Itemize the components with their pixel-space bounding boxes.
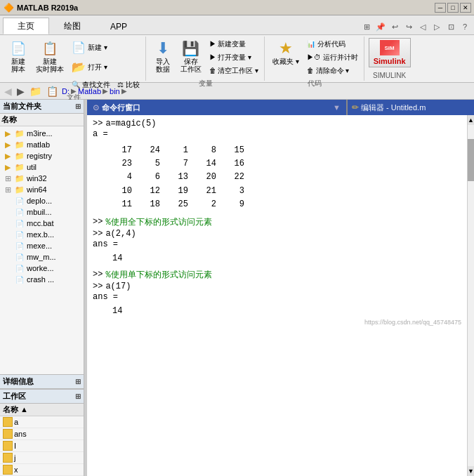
favorites-icon: ★ [277, 40, 294, 57]
ans-label-2: ans = [93, 292, 118, 302]
crumb-d[interactable]: D: [62, 87, 70, 95]
ribbon-right-icons: ⊞ 📌 ↩ ↪ ◁ ▷ ⊡ ? [360, 20, 471, 34]
open-variable-btn[interactable]: ▶ 打开变量 ▾ [206, 51, 262, 64]
analyze-code-btn[interactable]: 📊 分析代码 [304, 38, 361, 51]
spacer [93, 264, 461, 268]
tree-item-crash[interactable]: 📄 crash ... [1, 274, 82, 285]
new-live-label: 新建实时脚本 [36, 58, 64, 73]
tree-item-deplo[interactable]: 📄 deplo... [1, 195, 82, 206]
tree-item-registry[interactable]: ▶ 📁 registry [1, 150, 82, 161]
folder-icon: 📁 [15, 162, 25, 172]
scroll-down-btn[interactable]: ▼ [468, 466, 474, 476]
cmd-expand-icon[interactable]: ⊙ [93, 103, 99, 112]
new-label: 新建 ▾ [88, 43, 107, 53]
save-icon: 💾 [183, 40, 199, 57]
prompt-arrow: >> [93, 217, 103, 227]
minimize-btn[interactable]: ─ [435, 3, 446, 13]
help-icon[interactable]: ? [459, 20, 471, 33]
file-tree-col-header: 名称 [0, 114, 84, 126]
favorites-btn[interactable]: ★ 收藏夹 ▾ [269, 38, 303, 67]
close-btn[interactable]: ✕ [460, 3, 471, 13]
nav-browse-btn[interactable]: 📋 [45, 86, 60, 97]
detail-header: 详细信息 ⊞ [0, 375, 84, 389]
ribbon-group-code: ★ 收藏夹 ▾ 📊 分析代码 ▶⏱ 运行并计时 🗑 清除命令 ▾ 代码 [266, 37, 364, 81]
layout-icon[interactable]: ⊞ [360, 20, 373, 33]
ribbon-tabs: 主页 绘图 APP ⊞ 📌 ↩ ↪ ◁ ▷ ⊡ ? [0, 15, 474, 35]
tree-item-label: registry [27, 152, 52, 160]
restore-icon[interactable]: ⊡ [445, 20, 457, 33]
open-btn[interactable]: 📂 打开 ▾ [69, 58, 143, 77]
cell-1-1: 17 [107, 144, 135, 157]
tree-item-m3ire[interactable]: ▶ 📁 m3ire... [1, 128, 82, 139]
cmd-arrow-icon[interactable]: ▼ [333, 103, 341, 112]
variable-group-content: ⬇ 导入数据 💾 保存工作区 ▶ 新建变量 ▶ 打开变量 ▾ 🗑 清空工作区 ▾ [150, 38, 262, 77]
scroll-thumb[interactable] [468, 139, 474, 181]
import-data-btn[interactable]: ⬇ 导入数据 [150, 38, 176, 75]
workspace-var-j[interactable]: j [0, 452, 84, 464]
nav-back-btn[interactable]: ◀ [3, 86, 13, 97]
maximize-btn[interactable]: □ [447, 3, 459, 13]
workspace-expand-icon[interactable]: ⊞ [75, 392, 81, 400]
cell-2-5: 16 [219, 157, 247, 171]
code-group-content: ★ 收藏夹 ▾ 📊 分析代码 ▶⏱ 运行并计时 🗑 清除命令 ▾ [269, 38, 361, 77]
new-btn[interactable]: 📄 新建 ▾ [69, 38, 143, 57]
scroll-up-btn[interactable]: ▲ [468, 115, 474, 125]
cmd-comment-2: >> %使用单下标的形式访问元素 [93, 269, 461, 281]
expand-icon: ▶ [3, 151, 13, 161]
file-icon: 📄 [15, 275, 25, 284]
tree-item-mbuil[interactable]: 📄 mbuil... [1, 206, 82, 218]
nav-fwd-icon[interactable]: ▷ [430, 20, 443, 33]
file-tree-expand-icon[interactable]: ⊞ [75, 103, 81, 110]
detail-expand-icon[interactable]: ⊞ [75, 378, 81, 385]
run-time-btn[interactable]: ▶⏱ 运行并计时 [304, 51, 361, 64]
var-icon [3, 453, 13, 463]
var-name: j [14, 454, 15, 462]
spacer [3, 252, 13, 262]
workspace-title: 工作区 [3, 391, 26, 402]
undo-icon[interactable]: ↩ [388, 20, 401, 33]
workspace-var-i[interactable]: I [0, 440, 84, 452]
import-icon: ⬇ [154, 40, 171, 57]
new-script-btn[interactable]: 📄 新建脚本 [6, 38, 31, 75]
folder-icon: 📁 [15, 185, 25, 194]
clear-workspace-btn[interactable]: 🗑 清空工作区 ▾ [206, 65, 262, 77]
tab-home[interactable]: 主页 [3, 18, 49, 34]
tree-item-label: mbuil... [27, 208, 51, 216]
crumb-matlab[interactable]: Matlab [78, 87, 101, 95]
new-variable-btn[interactable]: ▶ 新建变量 [206, 38, 262, 51]
workspace-var-a[interactable]: a [0, 416, 84, 428]
nav-up-btn[interactable]: 📁 [28, 86, 43, 97]
pin-icon[interactable]: 📌 [374, 20, 387, 33]
tree-item-label: mw_m... [27, 253, 56, 261]
tree-item-mexe[interactable]: 📄 mexe... [1, 240, 82, 251]
tree-item-mcc[interactable]: 📄 mcc.bat [1, 218, 82, 229]
spacer [3, 207, 13, 217]
tree-item-mwm[interactable]: 📄 mw_m... [1, 251, 82, 263]
tree-item-worke[interactable]: 📄 worke... [1, 263, 82, 274]
crumb-bin[interactable]: bin [110, 87, 120, 95]
matrix-row-3: 4 6 13 20 22 [107, 171, 461, 184]
tab-plot[interactable]: 绘图 [49, 18, 96, 34]
scrollbar[interactable]: ▲ ▼ [467, 115, 474, 476]
tree-item-util[interactable]: ▶ 📁 util [1, 161, 82, 173]
workspace-var-ans[interactable]: ans [0, 428, 84, 440]
tree-item-matlab[interactable]: ▶ 📁 matlab [1, 139, 82, 150]
tree-item-win64[interactable]: ⊞ 📁 win64 [1, 184, 82, 195]
nav-back-icon[interactable]: ◁ [416, 20, 429, 33]
new-live-icon: 📋 [41, 40, 58, 57]
redo-icon[interactable]: ↪ [402, 20, 415, 33]
simulink-btn[interactable]: SIM Simulink [369, 38, 411, 67]
window-controls[interactable]: ─ □ ✕ [435, 3, 471, 13]
workspace-var-x[interactable]: x [0, 464, 84, 476]
crumb-arrow-1: ▶ [71, 87, 77, 95]
clear-commands-btn[interactable]: 🗑 清除命令 ▾ [304, 65, 361, 77]
nav-fwd-btn[interactable]: ▶ [15, 86, 26, 97]
prompt-arrow: >> [93, 282, 103, 291]
matrix-row-1: 17 24 1 8 15 [107, 144, 461, 157]
cmd-body[interactable]: >> a=magic(5) a = 17 24 1 8 15 [87, 115, 467, 476]
save-workspace-btn[interactable]: 💾 保存工作区 [177, 38, 205, 75]
tree-item-mexb[interactable]: 📄 mex.b... [1, 229, 82, 240]
tab-app[interactable]: APP [96, 18, 142, 34]
new-live-script-btn[interactable]: 📋 新建实时脚本 [32, 38, 67, 75]
tree-item-win32[interactable]: ⊞ 📁 win32 [1, 173, 82, 184]
